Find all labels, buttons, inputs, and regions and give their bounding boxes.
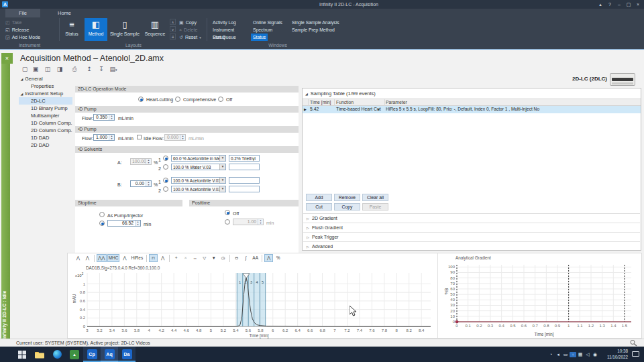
mhc-view-toggle[interactable]: MHC (107, 254, 120, 262)
window-online-signals[interactable]: Online Signals (251, 19, 284, 26)
col-time[interactable]: Time [min] (310, 99, 331, 106)
solvent-b2-combo[interactable]: 100.0 % Acetonitrile V.03▼ (171, 186, 226, 192)
window-spectrum[interactable]: Spectrum (251, 26, 274, 34)
single-signal-icon[interactable]: ⋀ (120, 254, 129, 262)
ad-hoc-mode-button[interactable]: ◲ Ad Hoc Mode (5, 34, 59, 41)
tab-home[interactable]: Home (46, 9, 83, 17)
close-button[interactable]: × (633, 0, 643, 9)
sampling-table-header[interactable]: ◢Sampling Table (1/99 events) (305, 90, 376, 97)
cut-button[interactable]: Cut (306, 203, 332, 210)
taskbar-acquisition[interactable]: Aq (101, 347, 118, 362)
labels-icon[interactable]: AA (251, 254, 260, 262)
tree-properties[interactable]: Properties (19, 82, 72, 90)
minimize-button[interactable]: – (614, 0, 624, 9)
toolbar-separator[interactable] (146, 255, 147, 262)
restore-button[interactable]: ▢ (624, 0, 633, 9)
solvent-b2-note[interactable] (229, 186, 260, 192)
take-button[interactable]: ◰ Take (5, 19, 59, 26)
posttime-off-radio[interactable] (225, 210, 230, 215)
tray-display-icon[interactable]: ▭ (562, 352, 569, 357)
posttime-value-radio[interactable] (225, 219, 230, 225)
col-parameter[interactable]: Parameter (386, 99, 407, 106)
tray-app1-icon[interactable]: ◔ (547, 352, 554, 357)
idle-flow-checkbox[interactable] (137, 135, 142, 139)
table-row[interactable]: ▶ 5.42 Time-based Heart Cut ▾ HiRes 5 x … (303, 106, 641, 113)
tree-2d-dad[interactable]: 2D DAD (19, 141, 72, 149)
autoscale-xy-icon[interactable]: ⋀ (83, 254, 92, 262)
upload-method-icon[interactable]: ↥ (85, 65, 94, 74)
add-event-button[interactable]: Add (306, 194, 332, 201)
zoom-out-icon[interactable]: ⊖ (232, 254, 241, 262)
help-button[interactable]: ? (605, 0, 614, 9)
tree-1d-binary-pump[interactable]: 1D Binary Pump (19, 105, 72, 112)
save-as-icon[interactable]: ◨ (55, 65, 64, 74)
solvent-b-percent[interactable]: 0.00▲▼ (130, 180, 152, 187)
save-method-icon[interactable]: ◫ (43, 65, 52, 74)
stoptime-input[interactable]: 66.52▲▼ (107, 220, 141, 227)
add-cut-icon[interactable]: + (172, 254, 180, 262)
tray-app2-icon[interactable]: ◂ (555, 352, 561, 357)
ribbon-spin-button[interactable]: ∧ (170, 19, 176, 25)
move-cut-icon[interactable]: ↔ (191, 254, 199, 262)
print-icon[interactable]: ⎙ (70, 65, 79, 74)
solvent-a2-note[interactable] (229, 164, 260, 170)
open-method-icon[interactable]: ▣ (31, 65, 40, 74)
toolbar-separator[interactable] (262, 255, 262, 262)
new-method-icon[interactable]: ▢ (20, 65, 30, 74)
hires-view-toggle[interactable]: HiRes (129, 254, 144, 262)
clear-all-button[interactable]: Clear all (362, 194, 388, 201)
window-instrument-status[interactable]: Instrument Status (211, 26, 250, 34)
integrate-icon[interactable]: ∫ (241, 254, 250, 262)
ribbon-spin-button[interactable]: ⇊ (170, 34, 176, 40)
cut-region-icon[interactable]: ⊓ (149, 254, 158, 262)
tree-expander-icon[interactable]: ◢ (19, 76, 25, 83)
tree-instrument-setup[interactable]: ◢Instrument Setup (19, 90, 72, 97)
solvent-b1-combo[interactable]: 100.0 % Acetonitrile V.03▼ (171, 177, 226, 184)
file-explorer-icon[interactable] (31, 347, 48, 362)
toolbar-separator[interactable] (169, 255, 170, 262)
taskbar-control-panel[interactable]: Cp (83, 347, 101, 362)
tree-general[interactable]: ◢General (19, 75, 72, 82)
edge-browser-icon[interactable] (48, 347, 66, 362)
window-activity-log[interactable]: Activity Log (211, 19, 238, 26)
taskbar-data-analysis[interactable]: Da (118, 347, 136, 362)
layout-status-button[interactable]: ≡ Status (60, 18, 83, 41)
notification-center-icon[interactable] (632, 351, 639, 357)
section-peak-trigger[interactable]: ▷Peak Trigger (303, 232, 640, 241)
window-single-sample-analysis[interactable]: Single Sample Analysis (290, 19, 341, 26)
trigger-settings-icon[interactable]: ▼ (209, 254, 218, 262)
agilent-app-icon[interactable]: ▲ (66, 347, 83, 362)
start-button[interactable] (13, 347, 31, 362)
solvent-b1-note[interactable] (229, 177, 260, 184)
gradient-plot[interactable]: 00.10.20.30.40.50.60.70.80.911.11.21.31.… (439, 262, 641, 332)
section-advanced[interactable]: ▷Advanced (303, 241, 640, 250)
percent-axis-icon[interactable]: % (274, 254, 282, 262)
stoptime-as-pump-radio[interactable] (99, 212, 105, 217)
flow-input-1d[interactable]: 0.350▲▼ (93, 114, 115, 121)
delete-cut-icon[interactable]: × (181, 254, 190, 262)
col-function[interactable]: Function (336, 99, 354, 106)
tree-2d-column-comp[interactable]: 2D Column Comp. (19, 127, 72, 134)
solvent-a1-note[interactable]: 0.2% Triethyl (229, 155, 260, 162)
tray-updates-icon[interactable]: ↑ (570, 352, 576, 357)
tray-volume-icon[interactable]: ◁ (584, 352, 591, 357)
radio-comprehensive[interactable] (175, 97, 180, 102)
paste-button[interactable]: Paste (362, 203, 388, 210)
tree-1d-dad[interactable]: 1D DAD (19, 134, 72, 141)
layout-single-sample-button[interactable]: ▯ Single Sample (109, 18, 141, 41)
flow-input-2d[interactable]: 1.000▲▼ (93, 134, 115, 141)
tab-file[interactable]: File (5, 9, 40, 17)
solvent-b1-radio[interactable] (163, 178, 168, 183)
toolbar-separator[interactable] (229, 255, 230, 262)
user-search-icon[interactable] (629, 339, 638, 347)
chevron-down-icon[interactable]: ▾ (378, 106, 380, 113)
cell-time[interactable]: 5.42 (310, 106, 319, 113)
tray-network-icon[interactable]: ◉ (592, 352, 598, 357)
layout-method-button[interactable]: ◧ Method (85, 18, 107, 41)
radio-off-mode[interactable] (218, 97, 223, 102)
delete-layout-button[interactable]: × Delete (179, 26, 209, 34)
cell-parame­ter[interactable]: HiRes 5 x 5.5 s, LoopFill: 80, Prio: -, … (386, 106, 639, 113)
section-2d-gradient[interactable]: ▷2D Gradient (303, 213, 640, 222)
all-signals-icon[interactable]: ⋀⋀ (97, 254, 107, 262)
stoptime-value-radio[interactable] (99, 221, 105, 226)
